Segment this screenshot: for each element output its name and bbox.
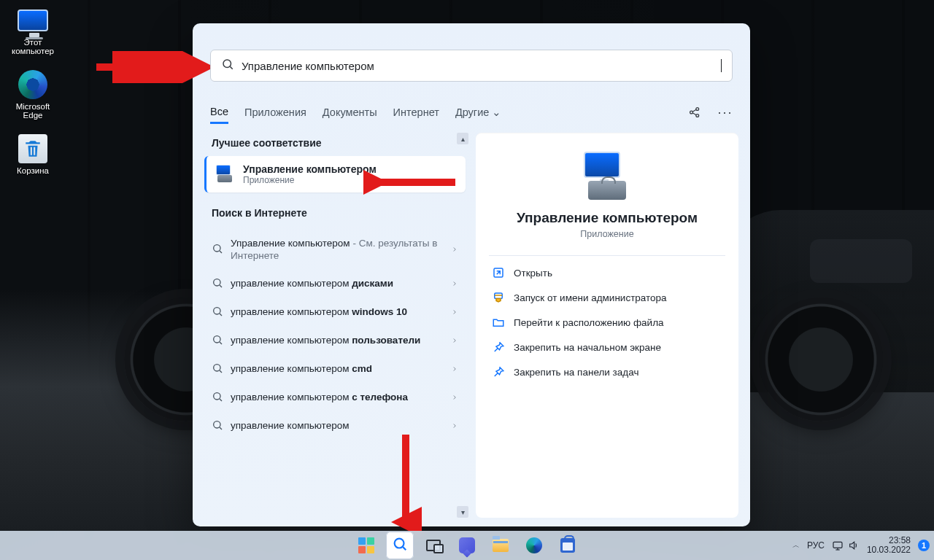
- svg-point-7: [214, 245, 220, 252]
- tab-docs[interactable]: Документы: [323, 102, 377, 122]
- open-icon: [492, 266, 505, 279]
- tab-apps[interactable]: Приложения: [244, 102, 306, 122]
- svg-line-6: [692, 113, 696, 115]
- recycle-bin-icon: [17, 133, 49, 165]
- tray-clock[interactable]: 23:58 10.03.2022: [867, 536, 911, 555]
- tab-more[interactable]: Другие⌄: [455, 102, 501, 122]
- taskbar-edge-button[interactable]: [520, 532, 548, 559]
- scroll-down-button[interactable]: ▾: [457, 506, 468, 518]
- tray-language[interactable]: РУС: [807, 540, 825, 551]
- svg-point-13: [214, 335, 220, 342]
- taskbar-store-button[interactable]: [554, 532, 582, 559]
- web-search-suggestion[interactable]: управление компьютером с телефона: [204, 384, 466, 412]
- share-icon[interactable]: [687, 105, 702, 120]
- svg-point-11: [214, 307, 220, 314]
- tray-notification-badge[interactable]: 1: [918, 540, 930, 551]
- web-search-suggestion[interactable]: Управление компьютером - См. результаты …: [204, 230, 466, 270]
- svg-point-9: [214, 279, 220, 285]
- svg-line-5: [692, 109, 696, 112]
- system-tray: ︿ РУС 23:58 10.03.2022 1: [792, 531, 930, 560]
- best-match-title: Управление компьютером: [243, 163, 377, 175]
- chat-icon: [459, 537, 475, 553]
- chevron-down-icon: ⌄: [492, 106, 501, 118]
- results-scrollbar[interactable]: ▴ ▾: [457, 133, 468, 518]
- pin-icon: [492, 365, 505, 378]
- search-input[interactable]: [242, 60, 714, 72]
- best-match-result[interactable]: Управление компьютером Приложение: [204, 156, 466, 192]
- best-match-subtitle: Приложение: [243, 175, 377, 185]
- svg-point-29: [395, 539, 404, 548]
- search-icon: [212, 334, 223, 348]
- search-icon: [212, 419, 223, 433]
- section-best-match: Лучшее соответствие: [204, 133, 466, 156]
- details-subtitle: Приложение: [489, 229, 725, 239]
- action-run-as-admin[interactable]: Запуск от имени администратора: [489, 285, 725, 310]
- search-icon: [212, 277, 223, 291]
- svg-point-0: [223, 60, 231, 68]
- search-icon: [221, 58, 234, 74]
- svg-line-16: [220, 370, 222, 373]
- web-search-suggestion[interactable]: управление компьютером cmd: [204, 355, 466, 384]
- desktop-icon-recycle-bin[interactable]: Корзина: [6, 133, 60, 175]
- svg-line-12: [220, 314, 222, 316]
- action-open-file-location[interactable]: Перейти к расположению файла: [489, 310, 725, 335]
- svg-line-20: [220, 427, 222, 429]
- this-pc-icon: [17, 4, 49, 36]
- svg-line-14: [220, 342, 222, 344]
- svg-line-30: [403, 547, 406, 550]
- search-icon: [212, 362, 223, 376]
- desktop-icon-label: Этот компьютер: [12, 38, 54, 55]
- folder-icon: [492, 316, 505, 329]
- desktop-icon-edge[interactable]: Microsoft Edge: [6, 69, 60, 120]
- shield-icon: [492, 291, 505, 304]
- web-search-suggestion[interactable]: управление компьютером: [204, 412, 466, 440]
- scroll-up-button[interactable]: ▴: [457, 133, 468, 144]
- desktop-icon-label: Microsoft Edge: [16, 102, 50, 120]
- tab-all[interactable]: Все: [210, 101, 228, 124]
- desktop-icon-this-pc[interactable]: Этот компьютер: [6, 4, 60, 55]
- microsoft-store-icon: [560, 538, 575, 553]
- tray-overflow-button[interactable]: ︿: [792, 540, 800, 551]
- svg-line-1: [230, 66, 232, 69]
- more-options-icon[interactable]: ···: [718, 105, 733, 120]
- web-search-suggestion[interactable]: управление компьютером windows 10: [204, 298, 466, 327]
- computer-management-icon: [215, 165, 234, 184]
- svg-point-15: [214, 364, 220, 370]
- pin-icon: [492, 341, 505, 354]
- taskbar-search-button[interactable]: [386, 532, 414, 559]
- search-icon: [212, 391, 223, 405]
- taskbar-explorer-button[interactable]: [487, 532, 514, 559]
- search-input-container[interactable]: [210, 50, 733, 82]
- svg-line-8: [220, 251, 222, 253]
- svg-point-17: [214, 392, 220, 399]
- action-pin-taskbar[interactable]: Закрепить на панели задач: [489, 359, 725, 384]
- action-pin-start[interactable]: Закрепить на начальном экране: [489, 335, 725, 359]
- network-icon: [832, 540, 844, 551]
- tab-web[interactable]: Интернет: [393, 102, 439, 122]
- details-title: Управление компьютером: [489, 210, 725, 226]
- details-app-icon: [581, 152, 633, 204]
- windows-logo-icon: [358, 537, 374, 553]
- svg-rect-31: [833, 542, 842, 548]
- text-caret: [721, 59, 722, 72]
- taskbar: ︿ РУС 23:58 10.03.2022 1: [0, 531, 934, 560]
- web-search-suggestion[interactable]: управление компьютером пользователи: [204, 327, 466, 355]
- search-filter-tabs: Все Приложения Документы Интернет Другие…: [210, 99, 733, 125]
- file-explorer-icon: [493, 539, 509, 552]
- action-open[interactable]: Открыть: [489, 260, 725, 285]
- results-column: Лучшее соответствие Управление компьютер…: [204, 133, 466, 518]
- edge-icon: [17, 69, 49, 101]
- task-view-icon: [426, 540, 441, 551]
- svg-line-10: [220, 285, 222, 287]
- search-icon: [392, 536, 408, 555]
- taskbar-chat-button[interactable]: [453, 532, 481, 559]
- web-search-suggestion[interactable]: управление компьютером дисками: [204, 270, 466, 298]
- desktop-icon-label: Корзина: [17, 166, 49, 175]
- tray-network-sound[interactable]: [832, 540, 860, 551]
- task-view-button[interactable]: [420, 532, 447, 559]
- svg-line-18: [220, 399, 222, 401]
- search-icon: [212, 243, 223, 257]
- svg-point-19: [214, 421, 220, 427]
- start-button[interactable]: [352, 532, 380, 559]
- edge-icon: [526, 537, 542, 553]
